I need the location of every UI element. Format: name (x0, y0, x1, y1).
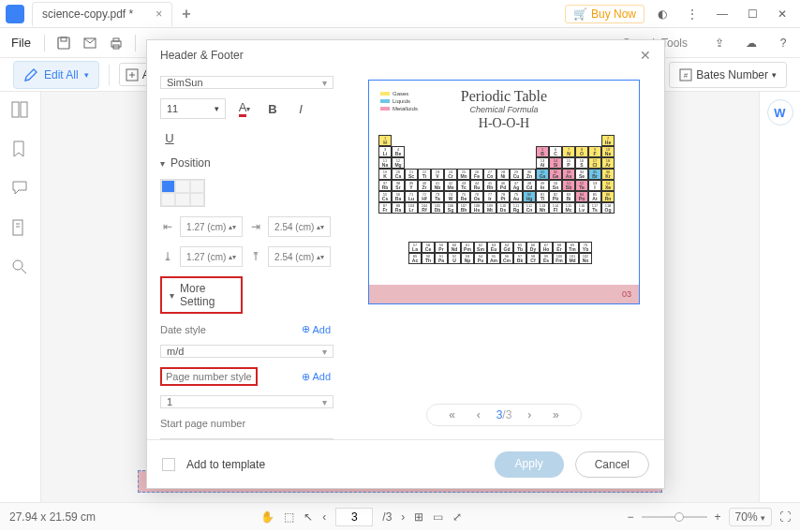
prev-preview-icon[interactable]: ‹ (470, 408, 487, 421)
page-total: /3 (382, 510, 392, 524)
pager-total: /3 (502, 408, 511, 421)
bates-number-button[interactable]: # Bates Number ▾ (669, 62, 787, 88)
close-tab-icon[interactable]: × (156, 7, 162, 21)
pos-bottom-right[interactable] (190, 193, 204, 206)
add-tab-icon[interactable]: + (182, 6, 190, 22)
pos-top-right[interactable] (190, 180, 204, 193)
chevron-down-icon: ▾ (322, 397, 327, 407)
add-template-label: Add to template (186, 458, 265, 471)
word-export-icon[interactable]: W (767, 99, 793, 126)
plus-box-icon (126, 68, 139, 81)
pencil-icon (23, 67, 38, 82)
page-number-style-value: 1 (167, 396, 172, 407)
minimize-icon[interactable]: — (710, 2, 734, 26)
font-color-button[interactable]: A▾ (235, 99, 254, 118)
prev-page-icon[interactable]: ‹ (322, 510, 326, 524)
font-size-value: 11 (167, 103, 178, 114)
thumbnails-icon[interactable] (11, 101, 30, 120)
zoom-in-icon[interactable]: + (715, 510, 721, 524)
zoom-slider[interactable] (642, 516, 707, 518)
date-add-button[interactable]: ⊕Add (302, 323, 331, 335)
header-footer-dialog: Header & Footer ✕ SimSun ▾ 11 ▾ A▾ B I U… (146, 39, 665, 489)
pos-bottom-left[interactable] (161, 193, 175, 206)
bates-icon: # (679, 68, 692, 81)
close-window-icon[interactable]: ✕ (770, 2, 794, 26)
buy-now-label: Buy Now (591, 7, 636, 21)
fit-icon[interactable]: ⤢ (452, 510, 462, 524)
margin-bottom-field[interactable]: 2.54 (cm)▴▾ (268, 246, 331, 267)
select-tool-icon[interactable]: ⬚ (284, 510, 294, 524)
page-number-add-button[interactable]: ⊕Add (302, 371, 331, 383)
page-number-style-label: Page number style (160, 367, 258, 386)
preview-footer: 03 (369, 285, 639, 303)
share-icon[interactable]: ⇪ (708, 32, 731, 54)
comment-icon[interactable] (11, 180, 30, 199)
file-menu[interactable]: File (6, 32, 37, 53)
attachment-icon[interactable] (11, 219, 30, 238)
start-page-field[interactable]: 1 ▴▾ (160, 438, 333, 439)
fullscreen-icon[interactable]: ⛶ (779, 510, 791, 524)
zoom-select[interactable]: 70% ▾ (729, 508, 772, 526)
margin-left-icon: ⇤ (160, 219, 174, 234)
page-size-label: 27.94 x 21.59 cm (9, 510, 96, 524)
view-mode-icon[interactable]: ⊞ (414, 510, 423, 524)
more-setting-section[interactable]: More Setting (160, 276, 243, 314)
margin-left-field[interactable]: 1.27 (cm)▴▾ (180, 216, 243, 237)
page-number-style-select[interactable]: 1 ▾ (160, 395, 333, 408)
app-logo (6, 5, 24, 23)
more-icon[interactable]: ⋮ (680, 2, 704, 26)
last-page-icon[interactable]: » (547, 408, 564, 421)
edit-all-button[interactable]: Edit All ▾ (13, 61, 99, 89)
cloud-icon[interactable]: ☁ (740, 32, 763, 54)
print-icon[interactable] (105, 32, 127, 54)
zoom-out-icon[interactable]: − (628, 510, 634, 524)
bold-button[interactable]: B (263, 99, 282, 118)
preview-formula: H-O-O-H (369, 116, 639, 131)
preview-page: Gases Liquids Metalloids Periodic Table … (368, 80, 640, 304)
add-template-checkbox[interactable] (162, 458, 175, 471)
svg-rect-0 (58, 37, 69, 49)
apply-button[interactable]: Apply (495, 451, 564, 478)
pointer-tool-icon[interactable]: ↖ (304, 510, 313, 524)
page-number-input[interactable] (335, 508, 373, 526)
position-section[interactable]: Position (160, 156, 331, 170)
margin-bottom-icon: ⤒ (248, 249, 262, 264)
italic-button[interactable]: I (291, 99, 310, 118)
next-page-icon[interactable]: › (401, 510, 405, 524)
maximize-icon[interactable]: ☐ (740, 2, 764, 26)
pos-bottom-center[interactable] (175, 193, 189, 206)
mail-icon[interactable] (79, 32, 101, 54)
search-icon[interactable] (11, 259, 30, 277)
document-title: science-copy.pdf * (42, 7, 133, 21)
pos-top-center[interactable] (175, 180, 189, 193)
bookmark-icon[interactable] (11, 140, 30, 159)
font-size-select[interactable]: 11 ▾ (160, 98, 226, 119)
view-mode-2-icon[interactable]: ▭ (433, 510, 443, 524)
font-family-value: SimSun (167, 77, 203, 88)
dialog-close-icon[interactable]: ✕ (640, 48, 651, 63)
buy-now-button[interactable]: 🛒 Buy Now (565, 5, 644, 23)
date-style-select[interactable]: m/d ▾ (160, 345, 333, 358)
margin-top-field[interactable]: 1.27 (cm)▴▾ (180, 246, 243, 267)
svg-rect-9 (12, 102, 19, 117)
svg-rect-11 (13, 220, 22, 235)
svg-point-12 (13, 260, 22, 270)
font-family-select[interactable]: SimSun ▾ (160, 76, 333, 89)
svg-rect-10 (21, 102, 27, 117)
pos-top-left[interactable] (161, 180, 175, 193)
hand-tool-icon[interactable]: ✋ (260, 510, 274, 524)
underline-button[interactable]: U (160, 128, 179, 147)
chevron-down-icon: ▾ (215, 104, 219, 113)
user-icon[interactable]: ◐ (650, 2, 674, 26)
next-preview-icon[interactable]: › (521, 408, 538, 421)
help-icon[interactable]: ? (772, 32, 794, 54)
margin-right-field[interactable]: 2.54 (cm)▴▾ (268, 216, 331, 237)
document-tab[interactable]: science-copy.pdf * × (32, 2, 172, 26)
chevron-down-icon: ▾ (322, 78, 327, 88)
plus-circle-icon: ⊕ (302, 371, 310, 383)
cancel-button[interactable]: Cancel (575, 451, 649, 478)
dialog-title: Header & Footer (160, 49, 244, 62)
save-icon[interactable] (52, 32, 75, 54)
first-page-icon[interactable]: « (444, 408, 461, 421)
position-grid[interactable] (160, 179, 205, 207)
